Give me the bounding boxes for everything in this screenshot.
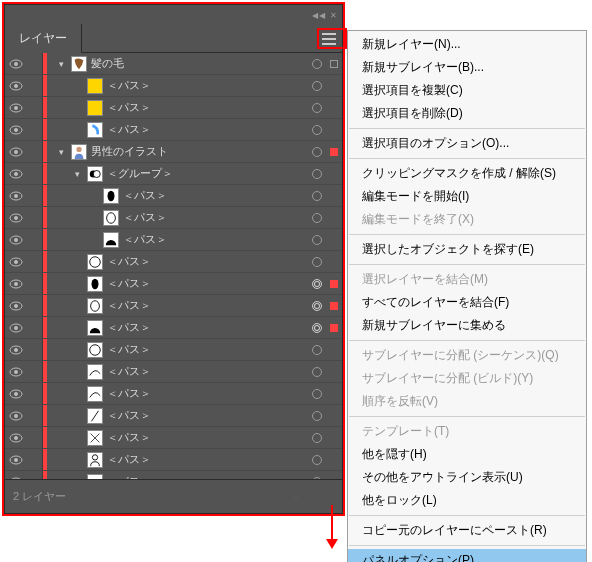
menu-item[interactable]: 他をロック(L) bbox=[348, 489, 586, 512]
annotation-arrow bbox=[331, 505, 333, 545]
menu-item[interactable]: すべてのレイヤーを結合(F) bbox=[348, 291, 586, 314]
menu-item: 編集モードを終了(X) bbox=[348, 208, 586, 231]
menu-item[interactable]: 新規レイヤー(N)... bbox=[348, 33, 586, 56]
menu-separator bbox=[349, 545, 585, 546]
menu-separator bbox=[349, 128, 585, 129]
menu-separator bbox=[349, 340, 585, 341]
menu-item[interactable]: パネルオプション(P)... bbox=[348, 549, 586, 562]
menu-separator bbox=[349, 158, 585, 159]
annotation-frame-menu-button bbox=[317, 28, 347, 49]
menu-item[interactable]: 選択項目のオプション(O)... bbox=[348, 132, 586, 155]
panel-flyout-menu[interactable]: 新規レイヤー(N)...新規サブレイヤー(B)...選択項目を複製(C)選択項目… bbox=[347, 30, 587, 562]
menu-item: 選択レイヤーを結合(M) bbox=[348, 268, 586, 291]
menu-item[interactable]: クリッピングマスクを作成 / 解除(S) bbox=[348, 162, 586, 185]
menu-separator bbox=[349, 416, 585, 417]
menu-item[interactable]: 編集モードを開始(I) bbox=[348, 185, 586, 208]
menu-separator bbox=[349, 264, 585, 265]
menu-item: サブレイヤーに分配 (ビルド)(Y) bbox=[348, 367, 586, 390]
menu-item[interactable]: 新規サブレイヤー(B)... bbox=[348, 56, 586, 79]
menu-item[interactable]: 選択項目を削除(D) bbox=[348, 102, 586, 125]
menu-item[interactable]: その他をアウトライン表示(U) bbox=[348, 466, 586, 489]
menu-item[interactable]: 選択したオブジェクトを探す(E) bbox=[348, 238, 586, 261]
menu-item[interactable]: 選択項目を複製(C) bbox=[348, 79, 586, 102]
menu-separator bbox=[349, 234, 585, 235]
annotation-frame-panel bbox=[2, 2, 345, 516]
menu-separator bbox=[349, 515, 585, 516]
menu-item: 順序を反転(V) bbox=[348, 390, 586, 413]
menu-item[interactable]: 新規サブレイヤーに集める bbox=[348, 314, 586, 337]
menu-item: テンプレート(T) bbox=[348, 420, 586, 443]
menu-item[interactable]: 他を隠す(H) bbox=[348, 443, 586, 466]
menu-item: サブレイヤーに分配 (シーケンス)(Q) bbox=[348, 344, 586, 367]
menu-item[interactable]: コピー元のレイヤーにペースト(R) bbox=[348, 519, 586, 542]
